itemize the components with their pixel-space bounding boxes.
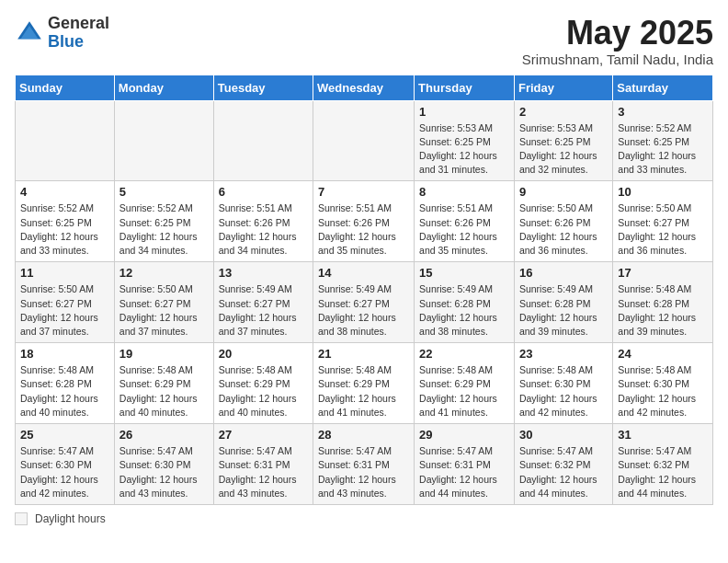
calendar-cell: 26Sunrise: 5:47 AMSunset: 6:30 PMDayligh… xyxy=(114,424,213,505)
day-number: 12 xyxy=(119,266,209,280)
day-number: 24 xyxy=(618,347,708,361)
day-info: Sunrise: 5:52 AMSunset: 6:25 PMDaylight:… xyxy=(119,201,209,258)
day-info: Sunrise: 5:47 AMSunset: 6:32 PMDaylight:… xyxy=(618,444,708,500)
logo-icon xyxy=(15,18,44,48)
day-number: 30 xyxy=(519,428,608,442)
day-number: 17 xyxy=(618,266,708,280)
day-number: 28 xyxy=(318,428,409,442)
day-number: 15 xyxy=(419,266,509,280)
title-block: May 2025 Srimushnam, Tamil Nadu, India xyxy=(522,15,713,67)
calendar-cell: 25Sunrise: 5:47 AMSunset: 6:30 PMDayligh… xyxy=(16,424,115,505)
calendar-cell: 4Sunrise: 5:52 AMSunset: 6:25 PMDaylight… xyxy=(16,181,115,262)
day-number: 29 xyxy=(419,428,509,442)
calendar-cell: 23Sunrise: 5:48 AMSunset: 6:30 PMDayligh… xyxy=(514,343,612,424)
day-info: Sunrise: 5:50 AMSunset: 6:27 PMDaylight:… xyxy=(618,201,708,258)
day-info: Sunrise: 5:47 AMSunset: 6:32 PMDaylight:… xyxy=(519,444,608,500)
day-number: 7 xyxy=(318,185,409,199)
calendar-cell: 20Sunrise: 5:48 AMSunset: 6:29 PMDayligh… xyxy=(213,343,313,424)
day-info: Sunrise: 5:49 AMSunset: 6:28 PMDaylight:… xyxy=(519,282,608,339)
calendar-cell: 12Sunrise: 5:50 AMSunset: 6:27 PMDayligh… xyxy=(114,262,213,343)
logo-general-text: General xyxy=(48,14,109,32)
day-info: Sunrise: 5:48 AMSunset: 6:30 PMDaylight:… xyxy=(519,363,608,419)
day-number: 25 xyxy=(20,428,109,442)
calendar-cell: 3Sunrise: 5:52 AMSunset: 6:25 PMDaylight… xyxy=(613,100,713,181)
day-number: 2 xyxy=(519,105,608,119)
day-info: Sunrise: 5:49 AMSunset: 6:27 PMDaylight:… xyxy=(219,282,308,339)
footer-box-icon xyxy=(15,512,28,525)
day-number: 18 xyxy=(20,347,109,361)
day-info: Sunrise: 5:48 AMSunset: 6:29 PMDaylight:… xyxy=(419,363,509,419)
calendar-cell: 16Sunrise: 5:49 AMSunset: 6:28 PMDayligh… xyxy=(514,262,612,343)
calendar-cell xyxy=(313,100,415,181)
day-number: 14 xyxy=(318,266,409,280)
day-number: 13 xyxy=(219,266,308,280)
calendar-cell xyxy=(114,100,213,181)
calendar-table: SundayMondayTuesdayWednesdayThursdayFrid… xyxy=(15,75,713,505)
logo-blue-text: Blue xyxy=(48,32,84,51)
calendar-week-row: 11Sunrise: 5:50 AMSunset: 6:27 PMDayligh… xyxy=(16,262,713,343)
day-info: Sunrise: 5:53 AMSunset: 6:25 PMDaylight:… xyxy=(419,121,509,178)
day-number: 11 xyxy=(20,266,109,280)
day-info: Sunrise: 5:50 AMSunset: 6:27 PMDaylight:… xyxy=(20,282,109,339)
day-number: 26 xyxy=(119,428,209,442)
calendar-cell: 14Sunrise: 5:49 AMSunset: 6:27 PMDayligh… xyxy=(313,262,415,343)
day-info: Sunrise: 5:49 AMSunset: 6:27 PMDaylight:… xyxy=(318,282,409,339)
day-number: 3 xyxy=(618,105,708,119)
day-info: Sunrise: 5:47 AMSunset: 6:31 PMDaylight:… xyxy=(419,444,509,500)
weekday-header: Tuesday xyxy=(213,75,313,100)
day-info: Sunrise: 5:48 AMSunset: 6:29 PMDaylight:… xyxy=(318,363,409,419)
calendar-cell: 6Sunrise: 5:51 AMSunset: 6:26 PMDaylight… xyxy=(213,181,313,262)
calendar-cell: 30Sunrise: 5:47 AMSunset: 6:32 PMDayligh… xyxy=(514,424,612,505)
day-info: Sunrise: 5:49 AMSunset: 6:28 PMDaylight:… xyxy=(419,282,509,339)
calendar-cell: 10Sunrise: 5:50 AMSunset: 6:27 PMDayligh… xyxy=(613,181,713,262)
calendar-cell: 19Sunrise: 5:48 AMSunset: 6:29 PMDayligh… xyxy=(114,343,213,424)
day-info: Sunrise: 5:47 AMSunset: 6:30 PMDaylight:… xyxy=(20,444,109,500)
page-header: General Blue May 2025 Srimushnam, Tamil … xyxy=(15,15,713,67)
calendar-cell: 5Sunrise: 5:52 AMSunset: 6:25 PMDaylight… xyxy=(114,181,213,262)
day-number: 5 xyxy=(119,185,209,199)
weekday-header: Thursday xyxy=(415,75,515,100)
day-info: Sunrise: 5:47 AMSunset: 6:31 PMDaylight:… xyxy=(318,444,409,500)
day-number: 22 xyxy=(419,347,509,361)
day-info: Sunrise: 5:48 AMSunset: 6:29 PMDaylight:… xyxy=(219,363,308,419)
calendar-week-row: 1Sunrise: 5:53 AMSunset: 6:25 PMDaylight… xyxy=(16,100,713,181)
day-number: 1 xyxy=(419,105,509,119)
calendar-cell: 8Sunrise: 5:51 AMSunset: 6:26 PMDaylight… xyxy=(415,181,515,262)
calendar-cell: 18Sunrise: 5:48 AMSunset: 6:28 PMDayligh… xyxy=(16,343,115,424)
day-info: Sunrise: 5:47 AMSunset: 6:31 PMDaylight:… xyxy=(219,444,308,500)
calendar-cell: 28Sunrise: 5:47 AMSunset: 6:31 PMDayligh… xyxy=(313,424,415,505)
day-info: Sunrise: 5:48 AMSunset: 6:30 PMDaylight:… xyxy=(618,363,708,419)
day-number: 20 xyxy=(219,347,308,361)
calendar-cell: 22Sunrise: 5:48 AMSunset: 6:29 PMDayligh… xyxy=(415,343,515,424)
day-number: 19 xyxy=(119,347,209,361)
day-info: Sunrise: 5:51 AMSunset: 6:26 PMDaylight:… xyxy=(318,201,409,258)
day-info: Sunrise: 5:53 AMSunset: 6:25 PMDaylight:… xyxy=(519,121,608,178)
day-number: 9 xyxy=(519,185,608,199)
day-info: Sunrise: 5:51 AMSunset: 6:26 PMDaylight:… xyxy=(219,201,308,258)
day-info: Sunrise: 5:48 AMSunset: 6:28 PMDaylight:… xyxy=(20,363,109,419)
day-info: Sunrise: 5:52 AMSunset: 6:25 PMDaylight:… xyxy=(618,121,708,178)
calendar-cell: 31Sunrise: 5:47 AMSunset: 6:32 PMDayligh… xyxy=(613,424,713,505)
footer: Daylight hours xyxy=(15,512,713,525)
day-number: 8 xyxy=(419,185,509,199)
day-number: 10 xyxy=(618,185,708,199)
calendar-cell: 15Sunrise: 5:49 AMSunset: 6:28 PMDayligh… xyxy=(415,262,515,343)
calendar-week-row: 25Sunrise: 5:47 AMSunset: 6:30 PMDayligh… xyxy=(16,424,713,505)
calendar-cell xyxy=(213,100,313,181)
day-info: Sunrise: 5:52 AMSunset: 6:25 PMDaylight:… xyxy=(20,201,109,258)
weekday-header: Monday xyxy=(114,75,213,100)
calendar-cell: 13Sunrise: 5:49 AMSunset: 6:27 PMDayligh… xyxy=(213,262,313,343)
calendar-cell: 9Sunrise: 5:50 AMSunset: 6:26 PMDaylight… xyxy=(514,181,612,262)
calendar-cell: 2Sunrise: 5:53 AMSunset: 6:25 PMDaylight… xyxy=(514,100,612,181)
day-number: 31 xyxy=(618,428,708,442)
calendar-cell: 7Sunrise: 5:51 AMSunset: 6:26 PMDaylight… xyxy=(313,181,415,262)
day-info: Sunrise: 5:50 AMSunset: 6:27 PMDaylight:… xyxy=(119,282,209,339)
day-info: Sunrise: 5:48 AMSunset: 6:28 PMDaylight:… xyxy=(618,282,708,339)
weekday-header: Wednesday xyxy=(313,75,415,100)
day-info: Sunrise: 5:47 AMSunset: 6:30 PMDaylight:… xyxy=(119,444,209,500)
day-number: 23 xyxy=(519,347,608,361)
weekday-header: Saturday xyxy=(613,75,713,100)
calendar-cell: 11Sunrise: 5:50 AMSunset: 6:27 PMDayligh… xyxy=(16,262,115,343)
day-info: Sunrise: 5:50 AMSunset: 6:26 PMDaylight:… xyxy=(519,201,608,258)
weekday-header: Sunday xyxy=(16,75,115,100)
